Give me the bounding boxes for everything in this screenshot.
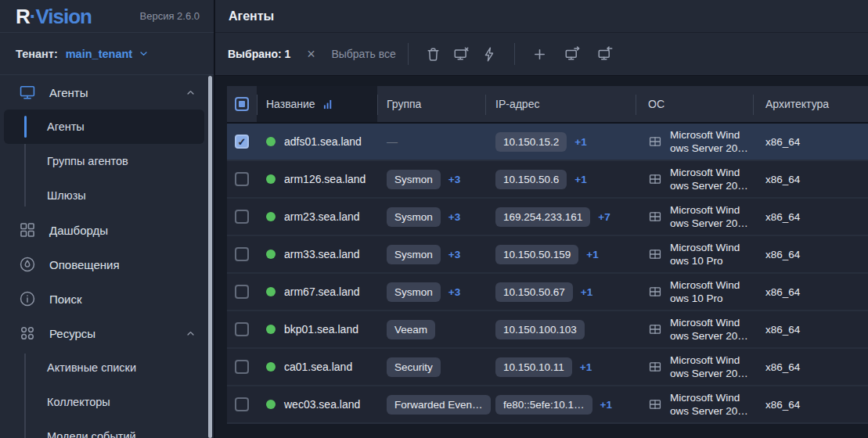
os-name: Microsoft Windows Server 20… bbox=[670, 316, 748, 343]
row-cell-arch: x86_64 bbox=[753, 324, 868, 336]
row-cell-name: arm126.sea.land bbox=[257, 173, 377, 185]
ip-more-link[interactable]: +1 bbox=[580, 361, 592, 373]
row-cell-name: arm67.sea.land bbox=[257, 285, 377, 298]
sidebar-item-label: Оповещения bbox=[49, 258, 196, 271]
toolbar-divider bbox=[408, 43, 409, 65]
monitor-arrow-in-icon bbox=[597, 46, 614, 63]
sidebar-item-collectors[interactable]: Коллекторы bbox=[0, 385, 214, 419]
plus-button[interactable] bbox=[527, 41, 553, 67]
row-checkbox[interactable] bbox=[235, 285, 249, 299]
agent-name[interactable]: wec03.sea.land bbox=[284, 398, 360, 411]
group-more-link[interactable]: +3 bbox=[448, 249, 460, 260]
row-cell-os: Microsoft Windows Server 20… bbox=[636, 391, 753, 418]
header-cell-os[interactable]: ОС bbox=[636, 86, 753, 122]
table-row[interactable]: arm33.sea.land Sysmon+3 10.150.50.159+1 … bbox=[227, 236, 868, 274]
sidebar-item-active-lists[interactable]: Активные списки bbox=[0, 350, 214, 385]
monitor-arrow-in-button[interactable] bbox=[592, 41, 618, 67]
sidebar-item-event-models[interactable]: Модели событий bbox=[0, 419, 214, 438]
tenant-selector[interactable]: main_tenant bbox=[66, 48, 149, 60]
select-all-button[interactable]: Выбрать все bbox=[331, 48, 395, 60]
os-name: Microsoft Windows Server 20… bbox=[670, 128, 748, 155]
table-row[interactable]: arm126.sea.land Sysmon+3 10.150.50.6+1 M… bbox=[227, 161, 868, 199]
sidebar-subitem-label: Активные списки bbox=[47, 361, 136, 374]
sort-icon[interactable] bbox=[323, 99, 333, 110]
status-online-dot bbox=[266, 287, 276, 296]
row-cell-name: arm33.sea.land bbox=[257, 248, 377, 260]
column-label: Архитектура bbox=[765, 98, 829, 110]
sidebar-item-agents[interactable]: Агенты bbox=[0, 75, 214, 110]
agent-name[interactable]: ca01.sea.land bbox=[284, 361, 352, 373]
table-row[interactable]: ca01.sea.land Security 10.150.10.11+1 Mi… bbox=[227, 349, 868, 386]
agent-name[interactable]: arm126.sea.land bbox=[284, 173, 366, 185]
row-checkbox[interactable] bbox=[235, 210, 249, 224]
table-row[interactable]: arm67.sea.land Sysmon+3 10.150.50.67+1 M… bbox=[227, 274, 868, 311]
table-row[interactable]: ✓ adfs01.sea.land — 10.150.15.2+1 Micros… bbox=[227, 124, 868, 161]
ip-more-link[interactable]: +1 bbox=[574, 136, 586, 148]
sidebar-item-resources[interactable]: Ресурсы bbox=[0, 316, 214, 350]
ip-more-link[interactable]: +7 bbox=[598, 211, 610, 223]
trash-button[interactable] bbox=[420, 41, 446, 67]
agent-name[interactable]: bkp01.sea.land bbox=[284, 323, 358, 336]
group-chip: Sysmon bbox=[387, 282, 441, 302]
select-all-checkbox[interactable] bbox=[235, 97, 249, 111]
version-label: Версия 2.6.0 bbox=[140, 10, 200, 22]
monitor-x-button[interactable] bbox=[448, 41, 474, 67]
status-online-dot bbox=[266, 400, 276, 409]
windows-icon bbox=[648, 172, 662, 186]
lightning-button[interactable] bbox=[477, 41, 502, 67]
sidebar-item-gateways[interactable]: Шлюзы bbox=[0, 178, 214, 213]
row-checkbox[interactable]: ✓ bbox=[235, 135, 249, 149]
row-cell-os: Microsoft Windows Server 20… bbox=[636, 128, 753, 155]
sidebar-item-label: Ресурсы bbox=[49, 327, 171, 340]
agent-name[interactable]: arm33.sea.land bbox=[284, 248, 360, 260]
os-name: Microsoft Windows 10 Pro bbox=[670, 241, 740, 267]
agent-name[interactable]: arm23.sea.land bbox=[284, 210, 360, 223]
row-cell-name: adfs01.sea.land bbox=[257, 135, 377, 148]
windows-icon bbox=[648, 135, 662, 149]
clear-selection-button[interactable]: × bbox=[303, 47, 319, 61]
header-cell-name[interactable]: Название bbox=[257, 86, 377, 122]
row-checkbox[interactable] bbox=[235, 397, 249, 411]
ip-more-link[interactable]: +1 bbox=[600, 399, 612, 411]
agent-name[interactable]: adfs01.sea.land bbox=[284, 135, 362, 148]
sidebar-subitem-label: Коллекторы bbox=[47, 396, 110, 408]
toolbar-divider bbox=[514, 43, 515, 65]
sidebar-item-agents-list[interactable]: Агенты bbox=[4, 110, 204, 144]
ip-more-link[interactable]: +1 bbox=[574, 174, 586, 185]
architecture: x86_64 bbox=[765, 136, 800, 148]
table-row[interactable]: wec03.sea.land Forwarded Even… fe80::5ef… bbox=[227, 386, 868, 424]
monitor-arrow-out-button[interactable] bbox=[560, 41, 585, 67]
group-more-link[interactable]: +3 bbox=[448, 174, 460, 185]
ip-chip: 10.150.15.2 bbox=[495, 132, 567, 152]
agent-name[interactable]: arm67.sea.land bbox=[284, 285, 360, 298]
table-row[interactable]: arm23.sea.land Sysmon+3 169.254.233.161+… bbox=[227, 199, 868, 236]
sidebar-item-agent-groups[interactable]: Группы агентов bbox=[0, 144, 214, 178]
sidebar-item-search[interactable]: Поиск bbox=[0, 282, 214, 316]
row-checkbox[interactable] bbox=[235, 247, 249, 261]
ip-chip: 10.150.100.103 bbox=[495, 320, 585, 339]
ip-more-link[interactable]: +1 bbox=[586, 249, 598, 260]
sidebar-scrollbar[interactable] bbox=[208, 76, 212, 438]
group-more-link[interactable]: +3 bbox=[448, 286, 460, 298]
header-cell-group[interactable]: Группа bbox=[377, 86, 485, 122]
row-cell-os: Microsoft Windows Server 20… bbox=[636, 354, 753, 380]
row-cell-ip: 10.150.15.2+1 bbox=[485, 132, 636, 152]
plus-icon bbox=[531, 46, 548, 63]
status-online-dot bbox=[266, 137, 276, 146]
header-cell-ip[interactable]: IP-адрес bbox=[485, 86, 636, 122]
row-checkbox[interactable] bbox=[235, 360, 249, 374]
windows-icon bbox=[648, 285, 662, 299]
row-checkbox[interactable] bbox=[235, 322, 249, 336]
row-checkbox[interactable] bbox=[235, 172, 249, 186]
header-cell-arch[interactable]: Архитектура bbox=[753, 86, 868, 122]
row-cell-os: Microsoft Windows Server 20… bbox=[636, 316, 753, 343]
sidebar: R·Vision Версия 2.6.0 Тенант: main_tenan… bbox=[0, 0, 215, 438]
sidebar-item-alerts[interactable]: Оповещения bbox=[0, 247, 214, 282]
ip-more-link[interactable]: +1 bbox=[581, 286, 592, 298]
table-row[interactable]: bkp01.sea.land Veeam 10.150.100.103 Micr… bbox=[227, 311, 868, 349]
monitor-arrow-out-icon bbox=[564, 46, 581, 63]
row-cell-arch: x86_64 bbox=[753, 399, 868, 411]
sidebar-item-dashboards[interactable]: Дашборды bbox=[0, 213, 214, 247]
windows-icon bbox=[648, 322, 662, 336]
group-more-link[interactable]: +3 bbox=[448, 211, 460, 223]
